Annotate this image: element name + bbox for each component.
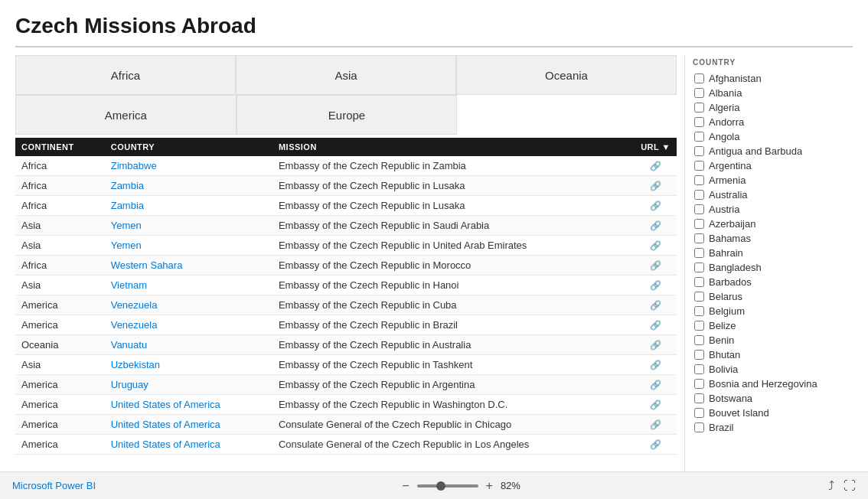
cell-url[interactable]: 🔗 (635, 196, 677, 216)
url-link-icon[interactable]: 🔗 (650, 280, 661, 291)
cell-url[interactable]: 🔗 (635, 355, 677, 375)
url-link-icon[interactable]: 🔗 (650, 400, 661, 410)
cell-country[interactable]: Yemen (105, 216, 272, 236)
filter-checkbox[interactable] (694, 161, 704, 171)
filter-item[interactable]: Angola (693, 129, 853, 144)
url-link-icon[interactable]: 🔗 (650, 340, 661, 351)
cell-url[interactable]: 🔗 (635, 415, 677, 435)
cell-country[interactable]: United States of America (105, 435, 272, 455)
cell-country[interactable]: Vanuatu (105, 335, 272, 355)
filter-item[interactable]: Azerbaijan (693, 217, 853, 231)
cell-country[interactable]: United States of America (105, 395, 272, 415)
filter-item[interactable]: Bahrain (693, 246, 853, 260)
continent-tile-europe[interactable]: Europe (237, 95, 458, 135)
filter-checkbox[interactable] (694, 175, 704, 185)
filter-checkbox[interactable] (694, 277, 704, 287)
share-icon[interactable]: ⤴ (828, 479, 834, 493)
zoom-minus-button[interactable]: − (399, 479, 412, 493)
cell-url[interactable]: 🔗 (635, 176, 677, 196)
power-bi-link[interactable]: Microsoft Power BI (12, 480, 96, 491)
filter-checkbox[interactable] (694, 219, 704, 229)
url-link-icon[interactable]: 🔗 (650, 360, 661, 370)
continent-tile-oceania[interactable]: Oceania (456, 55, 677, 95)
cell-country[interactable]: Yemen (105, 236, 272, 256)
filter-item[interactable]: Armenia (693, 173, 853, 188)
filter-item[interactable]: Bangladesh (693, 260, 853, 275)
filter-checkbox[interactable] (694, 73, 704, 83)
cell-country[interactable]: Zimbabwe (105, 156, 272, 176)
cell-country[interactable]: Zambia (105, 196, 272, 216)
filter-item[interactable]: Belgium (693, 304, 853, 318)
filter-checkbox[interactable] (694, 263, 704, 272)
url-link-icon[interactable]: 🔗 (650, 201, 661, 211)
filter-checkbox[interactable] (694, 422, 704, 432)
filter-checkbox[interactable] (694, 350, 704, 360)
filter-item[interactable]: Belarus (693, 289, 853, 304)
filter-item[interactable]: Bhutan (693, 347, 853, 362)
url-link-icon[interactable]: 🔗 (650, 220, 661, 231)
cell-url[interactable]: 🔗 (635, 276, 677, 295)
url-link-icon[interactable]: 🔗 (650, 260, 661, 271)
cell-url[interactable]: 🔗 (635, 315, 677, 335)
filter-checkbox[interactable] (694, 306, 704, 316)
filter-item[interactable]: Andorra (693, 115, 853, 129)
filter-item[interactable]: Argentina (693, 158, 853, 173)
cell-url[interactable]: 🔗 (635, 435, 677, 455)
filter-item[interactable]: Albania (693, 86, 853, 100)
cell-country[interactable]: Zambia (105, 176, 272, 196)
filter-item[interactable]: Algeria (693, 100, 853, 115)
filter-checkbox[interactable] (694, 321, 704, 331)
url-link-icon[interactable]: 🔗 (650, 300, 661, 311)
cell-country[interactable]: Uzbekistan (105, 355, 272, 375)
filter-checkbox[interactable] (694, 204, 704, 214)
cell-url[interactable]: 🔗 (635, 216, 677, 236)
filter-checkbox[interactable] (694, 117, 704, 127)
filter-item[interactable]: Antigua and Barbuda (693, 144, 853, 158)
continent-tile-america[interactable]: America (15, 95, 237, 135)
filter-checkbox[interactable] (694, 393, 704, 403)
filter-item[interactable]: Barbados (693, 275, 853, 289)
filter-checkbox[interactable] (694, 335, 704, 345)
cell-country[interactable]: Venezuela (105, 315, 272, 335)
zoom-slider[interactable] (417, 484, 478, 488)
country-filter-list[interactable]: AfghanistanAlbaniaAlgeriaAndorraAngolaAn… (693, 71, 853, 471)
filter-item[interactable]: Afghanistan (693, 71, 853, 86)
filter-checkbox[interactable] (694, 103, 704, 113)
filter-checkbox[interactable] (694, 292, 704, 302)
cell-url[interactable]: 🔗 (635, 156, 677, 176)
filter-item[interactable]: Botswana (693, 391, 853, 406)
filter-item[interactable]: Belize (693, 318, 853, 333)
cell-country[interactable]: Western Sahara (105, 256, 272, 276)
url-link-icon[interactable]: 🔗 (650, 439, 661, 450)
cell-url[interactable]: 🔗 (635, 295, 677, 315)
cell-country[interactable]: United States of America (105, 415, 272, 435)
url-link-icon[interactable]: 🔗 (650, 380, 661, 390)
zoom-plus-button[interactable]: + (483, 479, 496, 493)
filter-item[interactable]: Bolivia (693, 362, 853, 377)
filter-item[interactable]: Brazil (693, 420, 853, 435)
filter-checkbox[interactable] (694, 364, 704, 374)
filter-checkbox[interactable] (694, 190, 704, 200)
url-link-icon[interactable]: 🔗 (650, 419, 661, 430)
cell-url[interactable]: 🔗 (635, 395, 677, 415)
filter-item[interactable]: Bouvet Island (693, 406, 853, 420)
cell-url[interactable]: 🔗 (635, 335, 677, 355)
filter-item[interactable]: Austria (693, 202, 853, 217)
cell-country[interactable]: Uruguay (105, 375, 272, 395)
filter-checkbox[interactable] (694, 132, 704, 142)
url-link-icon[interactable]: 🔗 (650, 240, 661, 251)
url-link-icon[interactable]: 🔗 (650, 181, 661, 191)
cell-country[interactable]: Venezuela (105, 295, 272, 315)
url-link-icon[interactable]: 🔗 (650, 161, 661, 171)
table-wrapper[interactable]: CONTINENT COUNTRY MISSION URL ▼ AfricaZi… (15, 138, 677, 471)
continent-tile-africa[interactable]: Africa (15, 55, 236, 95)
filter-checkbox[interactable] (694, 146, 704, 156)
continent-tile-asia[interactable]: Asia (236, 55, 456, 95)
filter-checkbox[interactable] (694, 88, 704, 98)
filter-item[interactable]: Benin (693, 333, 853, 347)
filter-checkbox[interactable] (694, 379, 704, 389)
filter-item[interactable]: Bosnia and Herzegovina (693, 377, 853, 391)
filter-checkbox[interactable] (694, 233, 704, 243)
filter-item[interactable]: Bahamas (693, 231, 853, 246)
fullscreen-icon[interactable]: ⛶ (844, 479, 856, 493)
